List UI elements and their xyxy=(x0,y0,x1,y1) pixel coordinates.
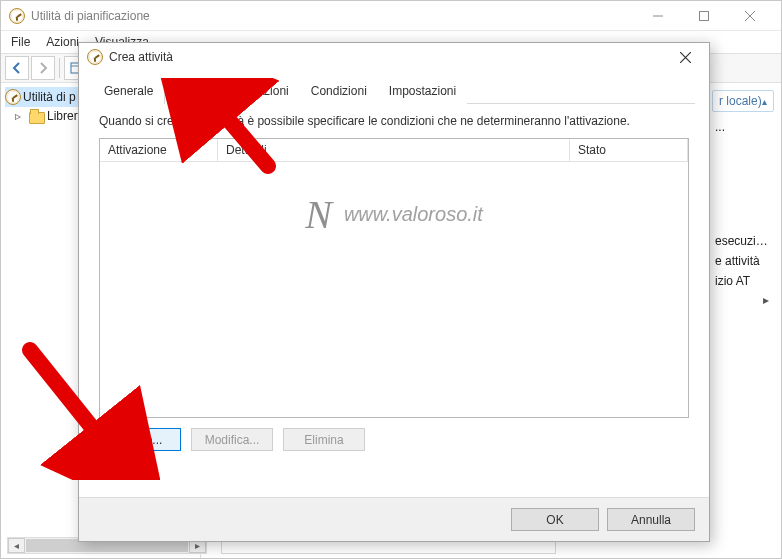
dialog-body: Generale Attivazione Azioni Condizioni I… xyxy=(79,71,709,469)
hint-after: ità è possibile specificare le condizion… xyxy=(231,114,630,128)
nav-back-button[interactable] xyxy=(5,56,29,80)
col-stato[interactable]: Stato xyxy=(570,139,688,161)
triggers-grid[interactable]: Attivazione Dettagli Stato N www.valoros… xyxy=(99,138,689,418)
action-attivita[interactable]: e attività xyxy=(715,251,771,271)
svg-rect-0 xyxy=(700,11,709,20)
close-button[interactable] xyxy=(727,1,773,31)
watermark: N www.valoroso.it xyxy=(305,191,483,238)
col-attivazione[interactable]: Attivazione xyxy=(100,139,218,161)
tab-generale[interactable]: Generale xyxy=(93,78,164,104)
trigger-buttons-row: Nuovo... Modifica... Elimina xyxy=(99,428,689,451)
dialog-titlebar: Crea attività xyxy=(79,43,709,71)
watermark-url: www.valoroso.it xyxy=(344,203,483,226)
window-buttons xyxy=(635,1,773,31)
dialog-title: Crea attività xyxy=(109,50,669,64)
tree-expand-icon[interactable]: ▹ xyxy=(15,109,27,123)
main-title: Utilità di pianificazione xyxy=(31,9,635,23)
tab-condizioni[interactable]: Condizioni xyxy=(300,78,378,104)
maximize-button[interactable] xyxy=(681,1,727,31)
app-icon xyxy=(9,8,25,24)
col-dettagli[interactable]: Dettagli xyxy=(218,139,570,161)
expand-chevron[interactable]: ▸ xyxy=(709,293,777,307)
toolbar-separator xyxy=(59,58,60,78)
grid-header: Attivazione Dettagli Stato xyxy=(100,139,688,162)
main-titlebar: Utilità di pianificazione xyxy=(1,1,781,31)
create-task-dialog: Crea attività Generale Attivazione Azion… xyxy=(78,42,710,542)
hint-before: Quando si crea un xyxy=(99,114,197,128)
actions-sidebar-fragment: r locale) ▴ ... esecuzio... e attività i… xyxy=(709,87,777,307)
menu-file[interactable]: File xyxy=(5,33,36,51)
folder-icon xyxy=(29,112,45,124)
tab-azioni[interactable]: Azioni xyxy=(245,78,300,104)
nav-forward-button[interactable] xyxy=(31,56,55,80)
dialog-close-button[interactable] xyxy=(669,45,701,69)
scroll-left-arrow[interactable]: ◂ xyxy=(8,538,25,553)
task-scheduler-icon xyxy=(5,89,21,105)
ok-button[interactable]: OK xyxy=(511,508,599,531)
actions-panel-title[interactable]: r locale) ▴ xyxy=(712,90,774,112)
dialog-footer: OK Annulla xyxy=(79,497,709,541)
actions-list-2: esecuzio... e attività izio AT xyxy=(709,229,777,293)
tree-library-label: Libreri xyxy=(47,109,80,123)
tab-attivazione[interactable]: Attivazione xyxy=(164,78,245,104)
chevron-up-icon: ▴ xyxy=(762,96,767,107)
tree-root-label: Utilità di p xyxy=(23,90,76,104)
action-esecuzione[interactable]: esecuzio... xyxy=(715,231,771,251)
tab-panel-attivazione: Quando si crea un ' attiv ità è possibil… xyxy=(93,104,695,455)
actions-list: ... xyxy=(709,115,777,139)
modifica-button: Modifica... xyxy=(191,428,273,451)
minimize-button[interactable] xyxy=(635,1,681,31)
panel-title-text: r locale) xyxy=(719,94,762,108)
elimina-button: Elimina xyxy=(283,428,365,451)
action-ellipsis[interactable]: ... xyxy=(715,117,771,137)
annulla-button[interactable]: Annulla xyxy=(607,508,695,531)
hint-text: Quando si crea un ' attiv ità è possibil… xyxy=(99,114,689,128)
watermark-logo: N xyxy=(305,191,332,238)
tab-strip: Generale Attivazione Azioni Condizioni I… xyxy=(93,77,695,104)
tab-impostazioni[interactable]: Impostazioni xyxy=(378,78,467,104)
action-at[interactable]: izio AT xyxy=(715,271,771,291)
nuovo-button[interactable]: Nuovo... xyxy=(99,428,181,451)
dialog-icon xyxy=(87,49,103,65)
